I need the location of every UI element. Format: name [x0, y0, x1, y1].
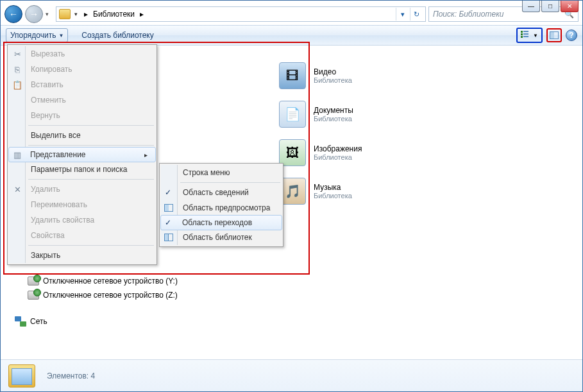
preview-pane-button[interactable]: [546, 28, 562, 42]
nav-back-button[interactable]: ←: [4, 5, 22, 23]
toolbar: Упорядочить ▼ Создать библиотеку ▼ ?: [1, 25, 582, 46]
refresh-button[interactable]: ↻: [410, 8, 423, 21]
library-item-music[interactable]: 🎵 Музыка Библиотека: [279, 178, 352, 205]
status-bar: Элементов: 4: [1, 359, 582, 391]
library-name: Видео: [314, 67, 352, 76]
library-name: Музыка: [314, 183, 352, 192]
copy-icon: ⎘: [12, 64, 22, 74]
menu-cut[interactable]: ✂Вырезать: [9, 46, 155, 62]
chevron-down-icon: ▼: [533, 33, 538, 38]
address-history-button[interactable]: ▾: [396, 8, 409, 21]
layout-submenu: Строка меню ✓Область сведений Область пр…: [159, 163, 283, 247]
folder-icon: [59, 9, 71, 19]
menu-select-all[interactable]: Выделить все: [9, 128, 155, 143]
paste-icon: 📋: [12, 80, 22, 90]
change-view-button[interactable]: ▼: [516, 28, 543, 43]
library-sub: Библиотека: [314, 76, 352, 84]
new-library-button[interactable]: Создать библиотеку: [77, 28, 158, 42]
submenu-details-pane[interactable]: ✓Область сведений: [161, 185, 282, 200]
library-pane-icon: [164, 234, 173, 241]
view-options-icon: [521, 31, 531, 40]
library-name: Изображения: [314, 144, 362, 153]
layout-icon: ▥: [12, 149, 22, 160]
cut-icon: ✂: [12, 49, 22, 59]
network-drive-icon: [28, 291, 39, 300]
menu-properties[interactable]: Свойства: [9, 228, 155, 243]
address-bar[interactable]: ▾ ▸ Библиотеки ▸ ▾ ↻: [56, 6, 426, 22]
tree-drive-y[interactable]: Отключенное сетевое устройство (Y:): [28, 277, 178, 285]
preview-pane-icon: [164, 204, 173, 212]
organize-button[interactable]: Упорядочить ▼: [6, 28, 68, 42]
tree-drive-z[interactable]: Отключенное сетевое устройство (Z:): [28, 291, 178, 300]
status-count: 4: [91, 371, 96, 380]
organize-menu: ✂Вырезать ⎘Копировать 📋Вставить Отменить…: [7, 44, 157, 265]
content-area: 🎞 Видео Библиотека 📄 Документы Библиотек…: [1, 46, 582, 359]
preview-pane-icon: [550, 31, 559, 39]
menu-remove-properties[interactable]: Удалить свойства: [9, 212, 155, 228]
submenu-arrow-icon: ▸: [144, 151, 148, 158]
submenu-navigation-pane[interactable]: ✓Область переходов: [160, 215, 282, 230]
menu-delete[interactable]: ✕Удалить: [9, 182, 155, 197]
menu-folder-options[interactable]: Параметры папок и поиска: [9, 162, 155, 177]
maximize-button[interactable]: □: [541, 1, 559, 12]
library-sub: Библиотека: [314, 192, 352, 200]
organize-label: Упорядочить: [10, 31, 56, 40]
menu-copy[interactable]: ⎘Копировать: [9, 62, 155, 77]
network-drive-icon: [28, 277, 39, 285]
tree-network-label: Сеть: [30, 317, 47, 326]
tree-drive-y-label: Отключенное сетевое устройство (Y:): [43, 277, 178, 285]
library-sub: Библиотека: [314, 115, 353, 123]
help-button[interactable]: ?: [566, 30, 577, 41]
library-item-video[interactable]: 🎞 Видео Библиотека: [279, 62, 352, 89]
library-item-pictures[interactable]: 🖼 Изображения Библиотека: [279, 139, 362, 166]
documents-library-icon: 📄: [279, 101, 306, 128]
check-icon: ✓: [165, 218, 171, 227]
menu-rename[interactable]: Переименовать: [9, 197, 155, 212]
chevron-down-icon: ▼: [58, 33, 63, 38]
search-placeholder: Поиск: Библиотеки: [433, 10, 503, 19]
breadcrumb-sep-icon: ▸: [81, 10, 90, 19]
minimize-button[interactable]: —: [522, 1, 540, 12]
menu-undo[interactable]: Отменить: [9, 92, 155, 108]
video-library-icon: 🎞: [279, 62, 306, 89]
check-icon: ✓: [165, 188, 171, 197]
tree-network[interactable]: Сеть: [15, 316, 47, 327]
pictures-library-icon: 🖼: [279, 139, 306, 166]
submenu-library-pane[interactable]: Область библиотек: [161, 230, 282, 245]
status-label: Элементов:: [47, 371, 89, 380]
menu-layout[interactable]: ▥Представление▸: [8, 147, 156, 162]
submenu-preview-pane[interactable]: Область предпросмотра: [161, 200, 282, 216]
nav-forward-button[interactable]: →: [25, 5, 43, 23]
tree-drive-z-label: Отключенное сетевое устройство (Z:): [43, 291, 178, 300]
library-sub: Библиотека: [314, 153, 362, 161]
menu-close[interactable]: Закрыть: [9, 248, 155, 263]
new-library-label: Создать библиотеку: [81, 31, 153, 40]
close-window-button[interactable]: ✕: [561, 1, 579, 12]
library-name: Документы: [314, 106, 353, 115]
menu-redo[interactable]: Вернуть: [9, 108, 155, 123]
network-icon: [15, 316, 26, 327]
address-dropdown-icon[interactable]: ▾: [73, 11, 79, 17]
library-item-documents[interactable]: 📄 Документы Библиотека: [279, 101, 353, 128]
breadcrumb-sep-icon[interactable]: ▸: [137, 10, 146, 19]
breadcrumb-root[interactable]: Библиотеки: [93, 10, 135, 19]
status-folder-icon: [8, 364, 35, 388]
delete-icon: ✕: [12, 184, 22, 194]
submenu-menu-bar[interactable]: Строка меню: [161, 165, 282, 180]
nav-history-dropdown[interactable]: ▾: [46, 11, 53, 17]
menu-paste[interactable]: 📋Вставить: [9, 77, 155, 92]
